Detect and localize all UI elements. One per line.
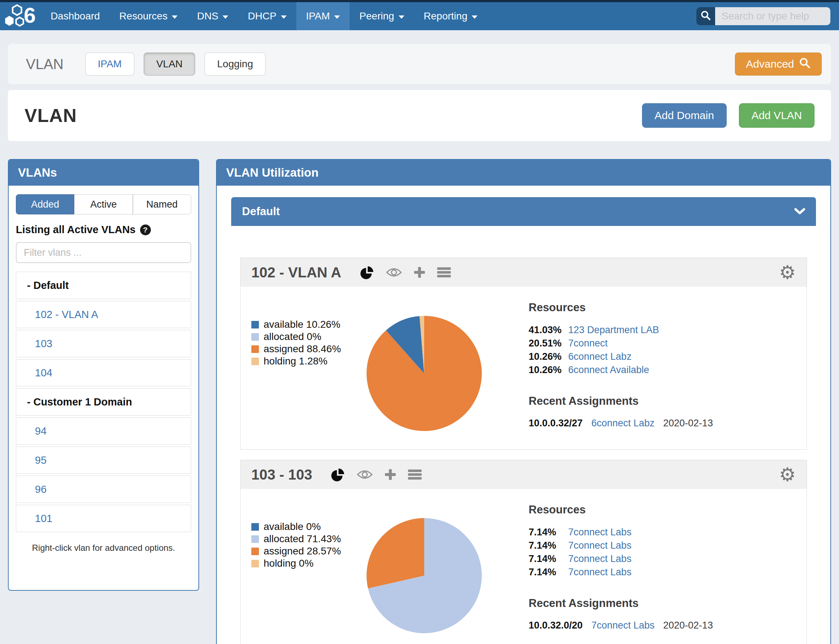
legend-item-allocated: allocated 71.43%	[251, 533, 365, 545]
assignment-resource-link[interactable]: 6connect Labz	[591, 418, 654, 429]
vlan-domain-row: - Customer 1 Domain	[16, 388, 191, 416]
vlans-panel-body: Added Active Named Listing all Active VL…	[9, 186, 198, 553]
vlan-card-header: 103 - 103	[241, 460, 807, 489]
vlan-row[interactable]: 95	[16, 447, 191, 474]
menu-hamburger-icon[interactable]	[437, 267, 451, 278]
resources-title: Resources	[529, 503, 796, 516]
global-search-input[interactable]	[715, 7, 830, 25]
vlan-filter-tabs: Added Active Named	[16, 194, 191, 214]
assignment-resource-link[interactable]: 7connect Labs	[591, 620, 654, 631]
eye-icon[interactable]	[357, 469, 373, 480]
page-header-card: VLAN Add Domain Add VLAN	[8, 90, 831, 141]
resource-link[interactable]: 6connect Available	[568, 363, 649, 377]
vlan-row[interactable]: 102 - VLAN A	[16, 301, 191, 328]
brand-six-text: 6	[24, 5, 36, 26]
legend-item-holding: holding 1.28%	[251, 355, 365, 367]
vlans-sidebar-panel: VLANs Added Active Named Listing all Act…	[8, 159, 199, 591]
nav-item-ipam[interactable]: IPAM	[296, 2, 349, 30]
resources-column: Resources 7.14% 7connect Labs 7.14% 7con…	[529, 503, 796, 635]
help-question-icon[interactable]: ?	[140, 225, 151, 235]
caret-down-icon	[472, 15, 478, 19]
nav-item-dns[interactable]: DNS	[187, 2, 238, 30]
tab-active[interactable]: Active	[74, 194, 132, 214]
add-vlan-button[interactable]: Add VLAN	[739, 103, 814, 128]
navbar-search-area	[696, 2, 839, 30]
hexagon-logo-icon	[3, 3, 26, 29]
nav-item-peering[interactable]: Peering	[349, 2, 414, 30]
recent-assignments-title: Recent Assignments	[529, 395, 796, 407]
resource-link[interactable]: 7connect Labs	[568, 539, 631, 552]
resource-link[interactable]: 6connect Labz	[568, 350, 631, 363]
resource-row: 20.51% 7connect	[529, 337, 796, 350]
pie-legend: available 10.26% allocated 0% assigned 8…	[251, 319, 365, 433]
nav-item-reporting[interactable]: Reporting	[414, 2, 487, 30]
vlan-row[interactable]: 103	[16, 330, 191, 357]
pie-legend: available 0% allocated 71.43% assigned 2…	[251, 521, 365, 635]
resource-link[interactable]: 7connect Labs	[568, 552, 631, 565]
resources-column: Resources 41.03% 123 Department LAB 20.5…	[529, 301, 796, 433]
resource-row: 10.26% 6connect Available	[529, 363, 796, 377]
main-navbar: 6 Dashboard Resources DNS DHCP IPAM Peer…	[0, 2, 839, 30]
vlan-list: - Default 102 - VLAN A 103 104 - Custome…	[16, 272, 191, 532]
resource-link[interactable]: 7connect Labs	[568, 526, 631, 539]
legend-item-assigned: assigned 28.57%	[251, 545, 365, 557]
caret-down-icon	[334, 15, 340, 19]
plus-icon[interactable]	[384, 468, 396, 481]
eye-icon[interactable]	[386, 267, 402, 278]
vlan-card-title: 103 - 103	[251, 467, 312, 483]
legend-item-holding: holding 0%	[251, 557, 365, 570]
filter-vlans-input[interactable]	[16, 242, 191, 263]
tab-added[interactable]: Added	[16, 194, 74, 214]
tab-vlan[interactable]: VLAN	[144, 53, 195, 76]
gear-icon[interactable]: ⚙	[779, 465, 796, 484]
vlan-utilization-panel: VLAN Utilization Default 102 - VLAN A	[216, 159, 831, 644]
domain-collapse-bar[interactable]: Default	[231, 197, 816, 226]
sidebar-hint-text: Right-click vlan for advanced options.	[16, 543, 191, 553]
page-title: VLAN	[25, 105, 77, 126]
resource-row: 10.26% 6connect Labz	[529, 350, 796, 363]
utilization-panel-header: VLAN Utilization	[217, 160, 830, 186]
breadcrumb-panel: VLAN IPAM VLAN Logging Advanced	[8, 44, 831, 84]
vlan-card-body: available 0% allocated 71.43% assigned 2…	[241, 489, 807, 644]
brand-logo[interactable]: 6	[0, 2, 41, 30]
search-icon	[799, 57, 811, 71]
search-icon	[701, 10, 711, 22]
resources-rows: 7.14% 7connect Labs 7.14% 7connect Labs …	[529, 526, 796, 579]
listing-label: Listing all Active VLANs ?	[16, 224, 191, 236]
plus-icon[interactable]	[414, 266, 425, 278]
legend-swatch	[251, 333, 259, 341]
nav-item-dhcp[interactable]: DHCP	[238, 2, 296, 30]
legend-swatch	[251, 358, 259, 365]
vlan-card-body: available 10.26% allocated 0% assigned 8…	[241, 287, 807, 449]
pie-chart-icon[interactable]	[331, 467, 345, 482]
resource-link[interactable]: 7connect Labs	[568, 565, 631, 579]
advanced-search-button[interactable]: Advanced	[735, 53, 822, 76]
menu-hamburger-icon[interactable]	[408, 469, 422, 480]
tab-named[interactable]: Named	[133, 194, 191, 214]
nav-item-dashboard[interactable]: Dashboard	[41, 2, 109, 30]
pie-chart	[365, 516, 484, 635]
legend-swatch	[251, 536, 259, 543]
resource-link[interactable]: 7connect	[568, 337, 608, 350]
tab-ipam[interactable]: IPAM	[85, 53, 134, 76]
vlan-row[interactable]: 94	[16, 417, 191, 445]
nav-item-resources[interactable]: Resources	[109, 2, 187, 30]
vlan-card-actions	[360, 265, 451, 279]
gear-icon[interactable]: ⚙	[779, 263, 796, 282]
pie-chart-icon[interactable]	[360, 265, 374, 279]
tab-logging[interactable]: Logging	[204, 53, 266, 76]
resource-link[interactable]: 123 Department LAB	[568, 324, 659, 337]
search-icon-button[interactable]	[696, 7, 715, 25]
vlan-row[interactable]: 96	[16, 476, 191, 503]
vlan-domain-row: - Default	[16, 272, 191, 299]
add-domain-button[interactable]: Add Domain	[642, 103, 727, 128]
resource-row: 7.14% 7connect Labs	[529, 552, 796, 565]
vlan-card-103: 103 - 103	[240, 460, 807, 644]
breadcrumb: VLAN	[26, 56, 64, 72]
caret-down-icon	[399, 15, 404, 19]
resource-row: 7.14% 7connect Labs	[529, 539, 796, 552]
legend-item-assigned: assigned 88.46%	[251, 343, 365, 355]
vlan-row[interactable]: 101	[16, 505, 191, 532]
vlans-panel-header: VLANs	[9, 160, 198, 186]
vlan-row[interactable]: 104	[16, 359, 191, 386]
